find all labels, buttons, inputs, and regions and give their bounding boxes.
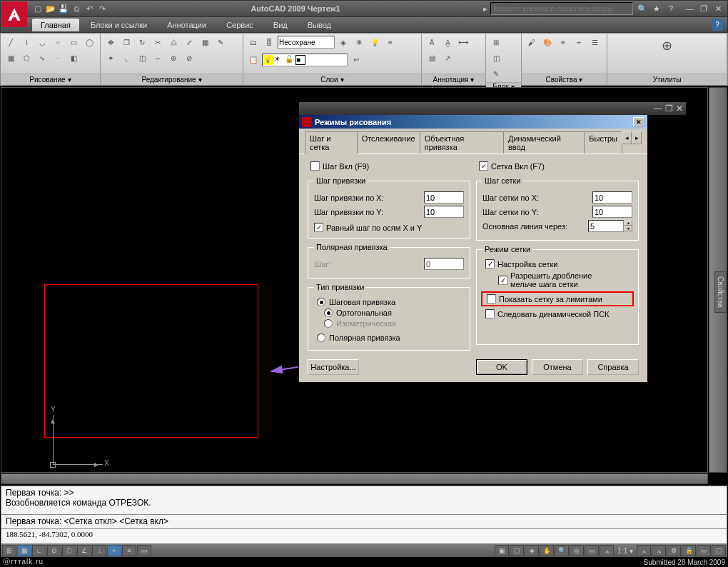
snap-iso-radio[interactable]: Изометрическая	[324, 319, 464, 328]
status-zoom-icon[interactable]: 🔍	[555, 545, 569, 556]
layer-mgr-icon[interactable]: 📋	[246, 52, 261, 66]
rect-icon[interactable]: ▭	[66, 35, 81, 49]
text-icon[interactable]: A	[425, 35, 439, 49]
mirror-icon[interactable]: ⧋	[166, 35, 181, 49]
color-icon[interactable]: 🎨	[540, 35, 555, 49]
cancel-button[interactable]: Отмена	[532, 359, 583, 375]
minimize-icon[interactable]: —	[683, 3, 696, 14]
edit-block-icon[interactable]: ✎	[489, 66, 503, 81]
tab-view[interactable]: Вид	[265, 19, 296, 31]
dialog-title-bar[interactable]: Режимы рисования ✕	[299, 115, 647, 129]
panel-label[interactable]: Свойства ▾	[522, 74, 607, 85]
close-icon[interactable]: ✕	[712, 3, 724, 14]
status-grid-icon[interactable]: ▦	[17, 545, 31, 556]
point-icon[interactable]: ·	[51, 51, 65, 65]
snap-on-checkbox[interactable]: Шаг Вкл (F9)	[308, 160, 470, 172]
grid-x-input[interactable]	[592, 191, 632, 204]
ellipse-icon[interactable]: ◯	[82, 35, 96, 49]
follow-ucs-checkbox[interactable]: Следовать динамической ПСК	[482, 308, 632, 320]
tab-osnap[interactable]: Объектная привязка	[420, 131, 504, 154]
panel-label[interactable]: Аннотация ▾	[422, 74, 485, 85]
status-ortho-icon[interactable]: ∟	[32, 545, 46, 556]
status-lock-icon[interactable]: 🔒	[682, 545, 696, 556]
maximize-icon[interactable]: ❐	[697, 3, 710, 14]
status-qp-icon[interactable]: ▭	[137, 545, 151, 556]
line-icon[interactable]: ╱	[4, 35, 18, 49]
search-input[interactable]	[490, 2, 633, 15]
allow-subdiv-checkbox[interactable]: ✓Разрешить дробление мельче шага сетки	[495, 270, 632, 290]
status-model-icon[interactable]: ▣	[495, 545, 509, 556]
ok-button[interactable]: OK	[476, 359, 527, 375]
table-icon[interactable]: ▤	[425, 51, 439, 65]
polygon-icon[interactable]: ⬠	[19, 51, 34, 65]
grid-on-checkbox[interactable]: ✓Сетка Вкл (F7)	[476, 160, 639, 172]
tab-dynamic[interactable]: Динамический ввод	[503, 131, 585, 154]
adaptive-grid-checkbox[interactable]: ✓Настройка сетки	[482, 258, 632, 270]
dim-icon[interactable]: ⟷	[456, 35, 470, 49]
help-button[interactable]: Справка	[587, 359, 639, 375]
tab-output[interactable]: Вывод	[299, 19, 340, 31]
status-layout-icon[interactable]: ▢	[510, 545, 524, 556]
insert-icon[interactable]: ⊞	[489, 35, 503, 49]
snap-x-input[interactable]	[424, 191, 464, 204]
annotation-scale[interactable]: 1:1 ▾	[615, 547, 636, 555]
app-logo-icon[interactable]	[1, 1, 27, 27]
dialog-close-icon[interactable]: ✕	[633, 117, 644, 127]
search-icon[interactable]: 🔍	[636, 3, 649, 14]
qat-new-icon[interactable]: ▢	[32, 3, 44, 14]
panel-label[interactable]: Слои ▾	[243, 74, 421, 85]
status-qview-icon[interactable]: ◈	[525, 545, 539, 556]
create-block-icon[interactable]: ◫	[489, 51, 503, 65]
panel-label[interactable]: Рисование ▾	[1, 74, 100, 85]
arc-icon[interactable]: ◡	[35, 35, 49, 49]
major-line-input[interactable]	[588, 220, 624, 232]
status-osnap-icon[interactable]: □	[62, 545, 76, 556]
equal-xy-checkbox[interactable]: ✓Равный шаг по осям X и Y	[314, 220, 464, 232]
tab-blocks[interactable]: Блоки и ссылки	[82, 19, 156, 31]
region-icon[interactable]: ◧	[66, 51, 81, 65]
status-steering-icon[interactable]: ◎	[570, 545, 584, 556]
layer-freeze-icon[interactable]: ❄	[352, 35, 366, 49]
horizontal-scrollbar[interactable]	[1, 473, 708, 484]
status-annoauto-icon[interactable]: ⟁	[652, 545, 666, 556]
ltype-icon[interactable]: ┅	[572, 35, 586, 49]
tab-tracking[interactable]: Отслеживание	[357, 131, 420, 154]
spline-icon[interactable]: ∿	[35, 51, 49, 65]
layer-props-icon[interactable]: 🗂	[246, 35, 261, 49]
spinner-down-icon[interactable]: ▾	[624, 226, 632, 231]
tab-scroll-right-icon[interactable]: ▸	[632, 131, 642, 144]
frame-close-icon[interactable]: ✕	[676, 104, 683, 114]
trim-icon[interactable]: ✂	[151, 35, 165, 49]
join-icon[interactable]: ⊕	[166, 51, 181, 65]
status-ducs-icon[interactable]: ⟂	[92, 545, 106, 556]
frame-restore-icon[interactable]: ❐	[665, 104, 673, 114]
snap-y-input[interactable]	[424, 206, 464, 218]
rotate-icon[interactable]: ↻	[135, 35, 149, 49]
infocenter-help-icon[interactable]: ?	[664, 3, 677, 14]
measure-icon[interactable]: ⊕	[657, 35, 678, 56]
stretch-icon[interactable]: ↔	[151, 51, 165, 65]
frame-minimize-icon[interactable]: —	[654, 104, 662, 114]
mtext-icon[interactable]: A̲	[440, 35, 455, 49]
search-play-icon[interactable]: ▸	[483, 4, 487, 14]
tab-scroll-left-icon[interactable]: ◂	[622, 131, 632, 144]
panel-label[interactable]: Редактирование ▾	[101, 74, 243, 85]
status-hw-icon[interactable]: ▭	[697, 545, 711, 556]
status-pan-icon[interactable]: ✋	[540, 545, 554, 556]
status-snap-icon[interactable]: ⊞	[2, 545, 16, 556]
leader-icon[interactable]: ↗	[440, 51, 455, 65]
options-button[interactable]: Настройка...	[308, 359, 359, 375]
properties-palette-tab[interactable]: Свойства	[714, 271, 727, 313]
scale-icon[interactable]: ⤢	[182, 35, 196, 49]
status-clean-icon[interactable]: ▢	[712, 545, 726, 556]
break-icon[interactable]: ⊘	[182, 51, 196, 65]
lweight-icon[interactable]: ≡	[556, 35, 570, 49]
tab-home[interactable]: Главная	[32, 19, 79, 31]
spinner-up-icon[interactable]: ▴	[624, 220, 632, 226]
fillet-icon[interactable]: ◟	[119, 51, 133, 65]
qat-redo-icon[interactable]: ↷	[96, 3, 108, 14]
status-dyn-icon[interactable]: +	[107, 545, 121, 556]
layer-off-icon[interactable]: 💡	[368, 35, 382, 49]
snap-polar-radio[interactable]: Полярная привязка	[317, 333, 464, 342]
status-lwt-icon[interactable]: ≡	[122, 545, 136, 556]
